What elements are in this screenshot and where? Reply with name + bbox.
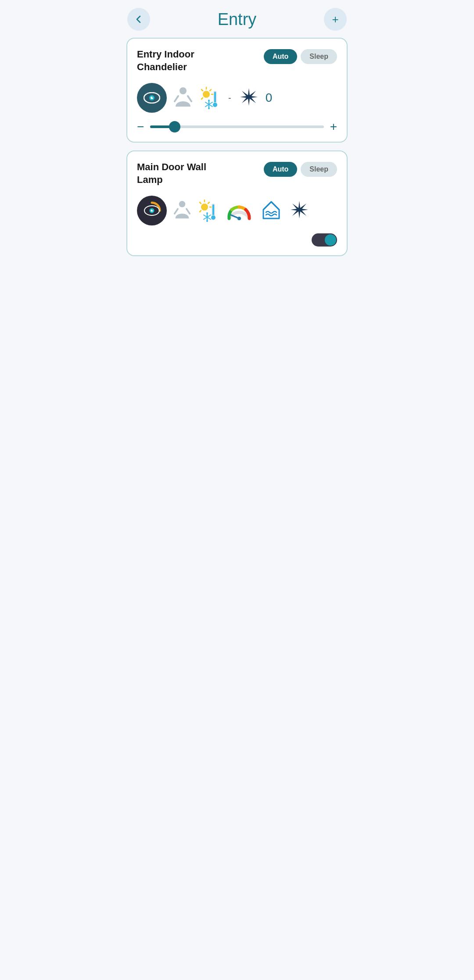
svg-point-45 bbox=[237, 217, 241, 220]
spike-icon-wall-lamp bbox=[290, 200, 309, 221]
svg-point-39 bbox=[206, 220, 208, 222]
slider-track-chandelier[interactable] bbox=[150, 125, 323, 128]
house-wave-icon-wall-lamp bbox=[260, 198, 283, 223]
svg-line-12 bbox=[201, 98, 203, 99]
thermo-sun-icon-chandelier bbox=[199, 86, 220, 109]
svg-point-42 bbox=[211, 215, 215, 220]
svg-line-5 bbox=[175, 96, 178, 101]
back-icon bbox=[134, 14, 144, 24]
separator-dash-chandelier: - bbox=[228, 93, 231, 103]
svg-point-26 bbox=[179, 201, 185, 207]
add-icon: + bbox=[332, 13, 338, 26]
page-title: Entry bbox=[218, 10, 257, 29]
svg-point-3 bbox=[152, 97, 153, 97]
svg-rect-21 bbox=[214, 97, 216, 102]
svg-point-29 bbox=[201, 204, 208, 211]
auto-badge-chandelier[interactable]: Auto bbox=[264, 49, 297, 64]
slider-increase-chandelier[interactable]: + bbox=[330, 121, 337, 133]
toggle-row-wall-lamp bbox=[137, 233, 337, 247]
auto-badge-wall-lamp[interactable]: Auto bbox=[264, 162, 297, 177]
card-wall-lamp-title: Main Door Wall Lamp bbox=[137, 161, 233, 186]
eye-icon-wall-lamp[interactable] bbox=[137, 196, 167, 225]
card-wall-lamp: Main Door Wall Lamp Auto Sleep bbox=[126, 150, 348, 256]
svg-point-7 bbox=[203, 91, 210, 98]
card-wall-lamp-header: Main Door Wall Lamp Auto Sleep bbox=[137, 161, 337, 186]
spike-icon-chandelier bbox=[239, 87, 259, 108]
icons-row-wall-lamp bbox=[137, 196, 337, 225]
svg-point-20 bbox=[213, 103, 217, 107]
svg-line-28 bbox=[187, 209, 190, 214]
svg-line-34 bbox=[200, 211, 201, 212]
back-button[interactable] bbox=[127, 8, 150, 31]
person-icon-wall-lamp bbox=[174, 200, 190, 221]
svg-line-33 bbox=[200, 202, 201, 204]
svg-line-27 bbox=[175, 209, 178, 214]
sleep-badge-wall-lamp[interactable]: Sleep bbox=[301, 162, 337, 177]
header: Entry + bbox=[118, 0, 356, 38]
person-icon-chandelier bbox=[174, 86, 192, 109]
svg-line-32 bbox=[208, 202, 209, 204]
card-chandelier-title: Entry Indoor Chandelier bbox=[137, 48, 233, 73]
svg-point-16 bbox=[208, 100, 210, 101]
svg-rect-43 bbox=[212, 210, 214, 215]
slider-thumb-chandelier bbox=[169, 121, 180, 132]
svg-line-10 bbox=[210, 89, 211, 91]
add-button[interactable]: + bbox=[324, 8, 347, 31]
svg-point-4 bbox=[180, 87, 187, 94]
sleep-badge-chandelier[interactable]: Sleep bbox=[301, 49, 337, 64]
card-chandelier: Entry Indoor Chandelier Auto Sleep bbox=[126, 38, 348, 143]
svg-line-11 bbox=[201, 89, 203, 91]
thermo-sun-icon-wall-lamp bbox=[198, 199, 219, 222]
gauge-icon-wall-lamp bbox=[226, 199, 253, 222]
count-chandelier: 0 bbox=[266, 91, 274, 105]
slider-decrease-chandelier[interactable]: − bbox=[137, 121, 144, 133]
icons-row-chandelier: - 0 bbox=[137, 83, 337, 113]
toggle-wall-lamp[interactable] bbox=[312, 233, 337, 247]
badge-group-chandelier: Auto Sleep bbox=[264, 49, 337, 64]
svg-line-6 bbox=[188, 96, 191, 101]
badge-group-wall-lamp: Auto Sleep bbox=[264, 162, 337, 177]
svg-point-38 bbox=[206, 212, 208, 214]
toggle-knob-wall-lamp bbox=[325, 234, 336, 246]
card-chandelier-header: Entry Indoor Chandelier Auto Sleep bbox=[137, 48, 337, 73]
slider-chandelier: − + bbox=[137, 121, 337, 133]
eye-icon-chandelier[interactable] bbox=[137, 83, 167, 113]
svg-point-17 bbox=[208, 107, 210, 109]
svg-point-25 bbox=[152, 210, 153, 211]
